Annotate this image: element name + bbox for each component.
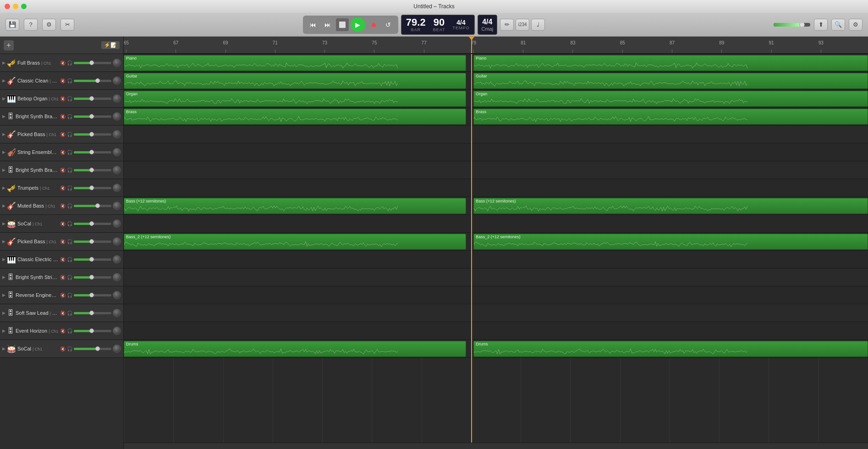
scissors-button[interactable]: ✂ bbox=[60, 19, 74, 31]
track-mute-icon[interactable]: 🔇 bbox=[60, 96, 66, 101]
share-button[interactable]: ⬆ bbox=[814, 19, 828, 31]
track-collapse-icon[interactable]: ▶ bbox=[2, 275, 5, 279]
track-header-16[interactable]: ▶ 🥁 SoCal | Ch1 🔇 🎧 bbox=[0, 340, 123, 358]
loop-button[interactable]: ↺ bbox=[382, 18, 395, 31]
track-pan-knob-2[interactable] bbox=[113, 94, 121, 103]
track-volume-slider-4[interactable] bbox=[74, 133, 111, 136]
track-headphone-icon[interactable]: 🎧 bbox=[67, 203, 72, 208]
close-button[interactable] bbox=[5, 4, 10, 9]
track-pan-knob-0[interactable] bbox=[113, 59, 121, 67]
track-header-8[interactable]: ▶ 🎸 Muted Bass | Ch1 🔇 🎧 bbox=[0, 197, 123, 215]
track-headphone-icon[interactable]: 🎧 bbox=[67, 329, 72, 334]
track-headphone-icon[interactable]: 🎧 bbox=[67, 257, 72, 262]
track-header-11[interactable]: ▶ 🎹 Classic Electric Piano | Ch1 🔇 🎧 bbox=[0, 251, 123, 268]
track-lane-1[interactable]: Guitar Guitar bbox=[124, 72, 868, 90]
track-mute-icon[interactable]: 🔇 bbox=[60, 221, 66, 226]
track-header-2[interactable]: ▶ 🎹 Bebop Organ | Ch1 🔇 🎧 bbox=[0, 90, 123, 108]
track-collapse-icon[interactable]: ▶ bbox=[2, 293, 5, 297]
track-volume-slider-5[interactable] bbox=[74, 151, 111, 153]
track-header-0[interactable]: ▶ 🎺 Full Brass | Ch1 🔇 🎧 bbox=[0, 54, 123, 72]
track-lane-14[interactable] bbox=[124, 304, 868, 322]
track-volume-slider-6[interactable] bbox=[74, 169, 111, 171]
region-right-2[interactable]: Organ bbox=[473, 91, 868, 107]
pencil-button[interactable]: ✏ bbox=[500, 19, 514, 31]
region-left-1[interactable]: Guitar bbox=[124, 73, 466, 89]
window-controls[interactable] bbox=[5, 4, 27, 9]
track-collapse-icon[interactable]: ▶ bbox=[2, 168, 5, 172]
track-volume-slider-11[interactable] bbox=[74, 258, 111, 261]
track-mute-icon[interactable]: 🔇 bbox=[60, 114, 66, 119]
tracks-scroll-area[interactable]: Piano Piano Guitar Guitar Organ Organ Br… bbox=[124, 54, 868, 443]
track-pan-knob-3[interactable] bbox=[113, 112, 121, 120]
track-header-1[interactable]: ▶ 🎸 Classic Clean | Ch1 🔇 🎧 bbox=[0, 72, 123, 90]
help-button[interactable]: ? bbox=[24, 19, 38, 31]
track-pan-knob-4[interactable] bbox=[113, 130, 121, 138]
track-collapse-icon[interactable]: ▶ bbox=[2, 221, 5, 226]
track-lane-8[interactable]: Bass (+12 semitones) Bass (+12 semitones… bbox=[124, 197, 868, 215]
track-headphone-icon[interactable]: 🎧 bbox=[67, 168, 72, 173]
track-header-7[interactable]: ▶ 🎺 Trumpets | Ch1 🔇 🎧 bbox=[0, 179, 123, 197]
track-collapse-icon[interactable]: ▶ bbox=[2, 132, 5, 137]
smart-controls-button[interactable]: ⚡📝 bbox=[101, 41, 120, 49]
track-pan-knob-16[interactable] bbox=[113, 345, 121, 353]
track-collapse-icon[interactable]: ▶ bbox=[2, 257, 5, 262]
region-right-3[interactable]: Brass bbox=[473, 109, 868, 125]
record-button[interactable]: ⏺ bbox=[367, 18, 380, 31]
track-lane-13[interactable] bbox=[124, 286, 868, 304]
track-mute-icon[interactable]: 🔇 bbox=[60, 311, 66, 316]
track-headphone-icon[interactable]: 🎧 bbox=[67, 221, 72, 226]
app-settings-button[interactable]: ⚙ bbox=[849, 19, 863, 31]
track-lane-12[interactable] bbox=[124, 268, 868, 286]
region-left-16[interactable]: Drums bbox=[124, 341, 466, 357]
track-collapse-icon[interactable]: ▶ bbox=[2, 311, 5, 315]
track-volume-slider-0[interactable] bbox=[74, 62, 111, 64]
track-headphone-icon[interactable]: 🎧 bbox=[67, 275, 72, 280]
track-mute-icon[interactable]: 🔇 bbox=[60, 186, 66, 191]
region-left-0[interactable]: Piano bbox=[124, 55, 466, 71]
save-button[interactable]: 💾 bbox=[5, 19, 19, 31]
track-pan-knob-5[interactable] bbox=[113, 148, 121, 156]
track-header-14[interactable]: ▶ 🎛 Soft Saw Lead | Ch1 🔇 🎧 bbox=[0, 304, 123, 322]
track-volume-slider-10[interactable] bbox=[74, 241, 111, 243]
track-header-12[interactable]: ▶ 🎛 Bright Synth Strings | Ch1 🔇 🎧 bbox=[0, 268, 123, 286]
track-mute-icon[interactable]: 🔇 bbox=[60, 78, 66, 83]
track-collapse-icon[interactable]: ▶ bbox=[2, 60, 5, 65]
track-pan-knob-1[interactable] bbox=[113, 77, 121, 85]
timeline-ruler[interactable]: 65 67 69 71 73 75 77 79 81 83 bbox=[124, 37, 868, 54]
horizontal-scrollbar[interactable] bbox=[124, 443, 868, 449]
track-headphone-icon[interactable]: 🎧 bbox=[67, 132, 72, 137]
track-volume-slider-1[interactable] bbox=[74, 80, 111, 82]
track-headphone-icon[interactable]: 🎧 bbox=[67, 60, 72, 66]
track-headphone-icon[interactable]: 🎧 bbox=[67, 346, 72, 351]
track-header-13[interactable]: ▶ 🎛 Reverse Engineering | Ch1 🔇 🎧 bbox=[0, 286, 123, 304]
track-headphone-icon[interactable]: 🎧 bbox=[67, 150, 72, 155]
track-mute-icon[interactable]: 🔇 bbox=[60, 60, 66, 66]
maximize-button[interactable] bbox=[21, 4, 27, 9]
track-mute-icon[interactable]: 🔇 bbox=[60, 329, 66, 334]
fast-forward-button[interactable]: ⏭ bbox=[321, 18, 334, 31]
track-collapse-icon[interactable]: ▶ bbox=[2, 346, 5, 351]
region-right-16[interactable]: Drums bbox=[473, 341, 868, 357]
track-pan-knob-10[interactable] bbox=[113, 237, 121, 246]
track-volume-slider-2[interactable] bbox=[74, 98, 111, 100]
track-pan-knob-9[interactable] bbox=[113, 219, 121, 228]
track-volume-slider-8[interactable] bbox=[74, 205, 111, 207]
track-lane-3[interactable]: Brass Brass bbox=[124, 108, 868, 126]
track-volume-slider-15[interactable] bbox=[74, 330, 111, 332]
search-button[interactable]: 🔍 bbox=[831, 19, 845, 31]
track-lane-4[interactable] bbox=[124, 126, 868, 143]
track-collapse-icon[interactable]: ▶ bbox=[2, 96, 5, 101]
track-collapse-icon[interactable]: ▶ bbox=[2, 78, 5, 83]
track-header-6[interactable]: ▶ 🎛 Bright Synth Brass | Ch1 🔇 🎧 bbox=[0, 161, 123, 179]
track-collapse-icon[interactable]: ▶ bbox=[2, 150, 5, 154]
track-headphone-icon[interactable]: 🎧 bbox=[67, 78, 72, 83]
track-pan-knob-13[interactable] bbox=[113, 291, 121, 299]
track-collapse-icon[interactable]: ▶ bbox=[2, 203, 5, 208]
track-mute-icon[interactable]: 🔇 bbox=[60, 293, 66, 298]
track-pan-knob-8[interactable] bbox=[113, 202, 121, 210]
midi-button[interactable]: i234 bbox=[516, 19, 529, 31]
play-button[interactable]: ▶ bbox=[351, 17, 365, 32]
track-mute-icon[interactable]: 🔇 bbox=[60, 168, 66, 173]
track-pan-knob-7[interactable] bbox=[113, 184, 121, 192]
track-mute-icon[interactable]: 🔇 bbox=[60, 275, 66, 280]
